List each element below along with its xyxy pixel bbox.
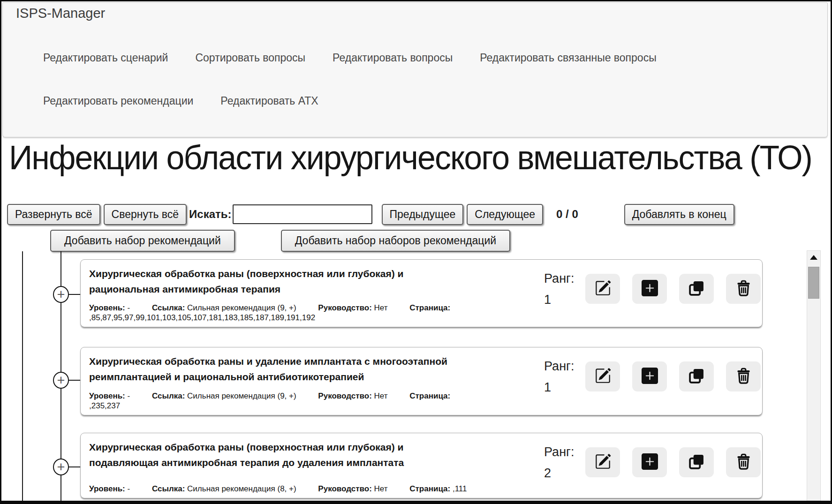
nav-edit-recommendations[interactable]: Редактировать рекомендации	[43, 95, 193, 107]
level-label: Уровень:	[89, 303, 125, 312]
edit-icon	[595, 368, 611, 385]
trash-icon	[735, 368, 752, 385]
link-value: Сильная рекомендация (9, +)	[187, 391, 296, 400]
add-icon	[642, 453, 658, 471]
link-value: Сильная рекомендация (8, +)	[187, 484, 296, 493]
nav-edit-scenario[interactable]: Редактировать сценарий	[43, 52, 168, 64]
link-label: Ссылка:	[152, 303, 185, 312]
card-actions	[585, 361, 761, 391]
toolbar: Развернуть всё Свернуть всё Искать: Пред…	[7, 203, 828, 226]
trash-icon	[735, 453, 752, 471]
add-recommendation-set-button[interactable]: Добавить набор рекомендаций	[50, 230, 235, 252]
page-label: Страница:	[409, 303, 450, 312]
page-label: Страница:	[409, 484, 450, 493]
copy-button[interactable]	[679, 274, 714, 304]
rank-value: 2	[544, 463, 574, 484]
guide-value: Нет	[374, 391, 388, 400]
rank-label: Ранг:	[544, 442, 574, 463]
isps-manager-app: { "app": { "brand": "ISPS-Manager" }, "n…	[0, 0, 832, 504]
rank-block: Ранг: 2	[544, 442, 574, 483]
scrollbar-thumb[interactable]	[808, 267, 819, 299]
expand-node-icon[interactable]: +	[53, 286, 69, 303]
rank-block: Ранг: 1	[544, 356, 574, 398]
level-value: -	[128, 391, 130, 400]
recommendation-tree: + + + Хирургическая обработка раны (пове…	[1, 251, 831, 501]
edit-icon	[595, 453, 611, 471]
recommendation-meta: Уровень: - Ссылка: Сильная рекомендация …	[89, 303, 496, 323]
header-panel: ISPS-Manager Редактировать сценарий Сорт…	[2, 2, 828, 137]
copy-icon	[688, 453, 705, 471]
search-result-counter: 0 / 0	[556, 208, 578, 221]
guide-label: Руководство:	[318, 484, 371, 493]
previous-button[interactable]: Предыдущее	[382, 204, 464, 225]
recommendation-card: Хирургическая обработка раны и удаление …	[80, 347, 763, 415]
add-icon	[642, 280, 658, 298]
search-label: Искать:	[189, 208, 231, 221]
page-value: ,85,87,95,97,99,101,103,105,107,181,183,…	[89, 313, 315, 322]
card-actions	[585, 447, 761, 477]
rank-value: 1	[544, 377, 574, 398]
recommendation-meta: Уровень: - Ссылка: Сильная рекомендация …	[89, 484, 496, 494]
tree-branch-line	[22, 251, 23, 501]
level-value: -	[128, 484, 130, 493]
edit-button[interactable]	[585, 361, 620, 391]
guide-value: Нет	[374, 484, 388, 493]
page-value: ,111	[453, 484, 467, 493]
copy-button[interactable]	[679, 447, 714, 477]
level-label: Уровень:	[89, 484, 125, 493]
add-child-button[interactable]	[632, 274, 667, 304]
delete-button[interactable]	[726, 447, 761, 477]
recommendation-meta: Уровень: - Ссылка: Сильная рекомендация …	[89, 391, 496, 411]
copy-icon	[688, 368, 705, 385]
delete-button[interactable]	[726, 361, 761, 391]
edit-icon	[595, 280, 611, 298]
vertical-scrollbar[interactable]	[807, 250, 821, 502]
trash-icon	[735, 280, 752, 298]
rank-value: 1	[544, 289, 574, 310]
page-title: Инфекции области хирургического вмешател…	[9, 138, 805, 177]
link-label: Ссылка:	[152, 391, 185, 400]
add-child-button[interactable]	[632, 361, 667, 391]
recommendation-title: Хирургическая обработка раны (поверхност…	[89, 266, 467, 297]
add-child-button[interactable]	[632, 447, 667, 477]
search-input[interactable]	[233, 204, 372, 224]
recommendation-card: Хирургическая обработка раны (поверхност…	[80, 433, 763, 498]
edit-button[interactable]	[585, 274, 620, 304]
scroll-up-arrow-icon	[810, 253, 817, 262]
level-label: Уровень:	[89, 391, 125, 400]
edit-button[interactable]	[585, 447, 620, 477]
toolbar-row-2: Добавить набор рекомендаций Добавить наб…	[1, 229, 822, 252]
expand-all-button[interactable]: Развернуть всё	[7, 204, 100, 225]
nav-edit-linked-questions[interactable]: Редактировать связанные вопросы	[480, 52, 656, 64]
link-label: Ссылка:	[152, 484, 185, 493]
guide-label: Руководство:	[318, 303, 371, 312]
card-actions	[585, 274, 761, 304]
recommendation-title: Хирургическая обработка раны (поверхност…	[89, 439, 467, 470]
nav-sort-questions[interactable]: Сортировать вопросы	[195, 52, 305, 64]
recommendation-title: Хирургическая обработка раны и удаление …	[89, 354, 467, 384]
link-value: Сильная рекомендация (9, +)	[187, 303, 296, 312]
nav-row-2: Редактировать рекомендации Редактировать…	[43, 95, 346, 107]
level-value: -	[128, 303, 130, 312]
add-icon	[642, 368, 658, 385]
add-to-end-button[interactable]: Добавлять в конец	[624, 204, 734, 225]
add-set-of-sets-button[interactable]: Добавить набор наборов рекомендаций	[281, 230, 510, 252]
page-label: Страница:	[409, 391, 450, 400]
nav-edit-atx[interactable]: Редактировать АТХ	[220, 95, 318, 107]
delete-button[interactable]	[726, 274, 761, 304]
scroll-up-button[interactable]	[807, 251, 820, 264]
page-value: ,235,237	[89, 401, 120, 410]
rank-block: Ранг: 1	[544, 268, 574, 310]
guide-value: Нет	[374, 303, 388, 312]
copy-button[interactable]	[679, 361, 714, 391]
app-brand: ISPS-Manager	[16, 6, 105, 21]
nav-edit-questions[interactable]: Редактировать вопросы	[333, 52, 453, 64]
collapse-all-button[interactable]: Свернуть всё	[104, 204, 187, 225]
copy-icon	[688, 280, 705, 298]
nav-row-1: Редактировать сценарий Сортировать вопро…	[43, 52, 684, 64]
recommendation-card: Хирургическая обработка раны (поверхност…	[80, 259, 763, 327]
expand-node-icon[interactable]: +	[53, 459, 69, 475]
expand-node-icon[interactable]: +	[53, 372, 69, 389]
next-button[interactable]: Следующее	[467, 204, 543, 225]
rank-label: Ранг:	[544, 356, 574, 377]
